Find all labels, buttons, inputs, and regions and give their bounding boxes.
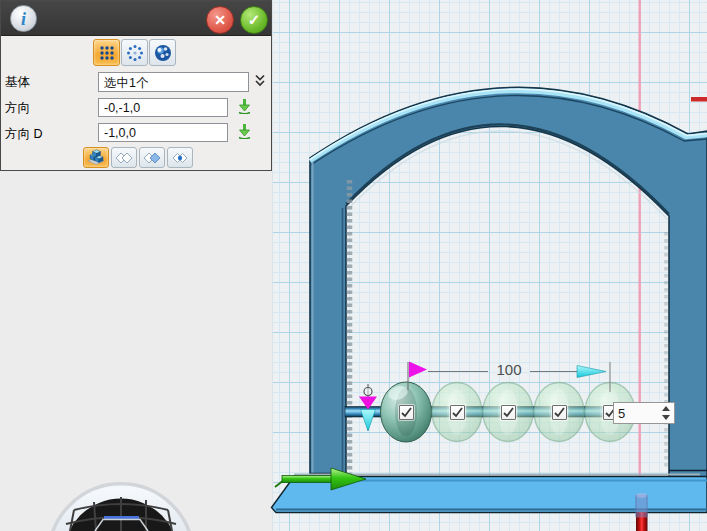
spinner-up-icon[interactable] (662, 406, 670, 411)
direction-field-label: 方向 (5, 100, 30, 117)
start-flag-handle[interactable] (409, 362, 427, 378)
red-edge-segment (691, 97, 707, 102)
spinner-down-icon[interactable] (662, 415, 670, 420)
cyan-cone-icon (361, 410, 376, 432)
instance-checkbox-1[interactable] (399, 405, 414, 420)
pick-direction-icon[interactable] (237, 98, 252, 114)
cancel-button[interactable]: ✕ (206, 6, 234, 34)
tab-sphere-pattern[interactable] (149, 39, 176, 66)
base-field-input[interactable]: 选中1个 (98, 72, 249, 92)
direction-d-field-label: 方向 D (5, 126, 43, 143)
direction-d-field-input[interactable]: -1,0,0 (98, 123, 228, 142)
confirm-button[interactable]: ✓ (240, 6, 268, 34)
diamond-blue-icon (142, 151, 162, 165)
tab-pattern-ghost-both[interactable] (111, 147, 137, 168)
dialog-header: i ✕ ✓ (1, 1, 271, 36)
check-icon: ✓ (248, 11, 261, 29)
instance-checkbox-4[interactable] (552, 405, 567, 420)
tab-pattern-solid[interactable] (83, 147, 109, 168)
direction-field-input[interactable]: -0,-1,0 (98, 98, 228, 117)
checkbox-check-icon (553, 406, 566, 419)
double-diamond-icon (114, 151, 134, 165)
end-arrow-handle[interactable] (577, 366, 606, 378)
sphere-icon (153, 43, 173, 63)
base-field-label: 基体 (5, 74, 30, 91)
instance-checkbox-2[interactable] (450, 405, 465, 420)
checkbox-check-icon (400, 406, 413, 419)
info-icon[interactable]: i (10, 5, 37, 32)
checkbox-check-icon (451, 406, 464, 419)
tab-circular-pattern[interactable] (121, 39, 148, 66)
grid-dots-icon (97, 43, 117, 63)
navigation-ball[interactable] (49, 484, 193, 531)
close-icon: ✕ (214, 12, 226, 28)
info-glyph: i (21, 10, 26, 28)
circle-dots-icon (125, 43, 145, 63)
checkbox-check-icon (502, 406, 515, 419)
pattern-dialog: i ✕ ✓ (0, 0, 272, 171)
pick-direction-d-icon[interactable] (237, 123, 252, 139)
tab-pattern-ghost-center[interactable] (167, 147, 193, 168)
tab-pattern-ghost-right[interactable] (139, 147, 165, 168)
diamond-dot-icon (170, 151, 190, 165)
cube-stack-icon (86, 149, 106, 166)
count-spinner[interactable]: 5 (613, 402, 675, 424)
instance-checkbox-3[interactable] (501, 405, 516, 420)
count-value[interactable]: 5 (614, 403, 658, 423)
ghost-cylinder-model[interactable] (636, 493, 648, 517)
expand-chevrons-icon[interactable] (252, 74, 268, 88)
tab-linear-pattern[interactable] (93, 39, 120, 66)
